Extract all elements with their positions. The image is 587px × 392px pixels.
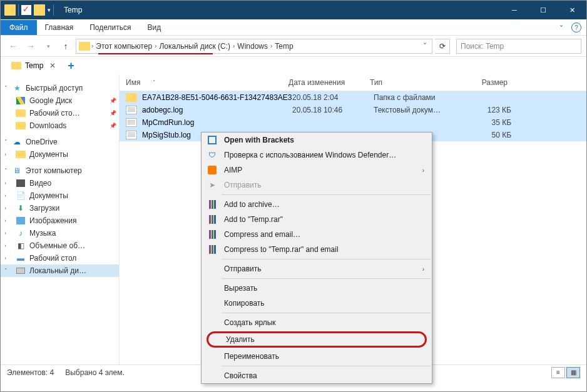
search-input[interactable]: Поиск: Temp (456, 39, 581, 54)
close-button[interactable]: ✕ (558, 1, 586, 19)
sidebar-downloads[interactable]: ›⬇Загрузки (1, 202, 119, 214)
status-selected-count: Выбрано 4 элем. (65, 368, 125, 377)
archive-icon (209, 215, 216, 224)
qat-dropdown-icon[interactable]: ▾ (48, 7, 51, 13)
header-size[interactable]: Размер (451, 78, 508, 87)
column-headers: Имя˄ Дата изменения Тип Размер (120, 74, 586, 91)
status-item-count: Элементов: 4 (7, 368, 54, 377)
cube-icon: ◧ (16, 241, 26, 251)
tab-share[interactable]: Поделиться (81, 20, 139, 35)
separator (222, 278, 431, 279)
sidebar-quick-access[interactable]: ˅★Быстрый доступ (1, 82, 119, 94)
cm-copy[interactable]: Копировать (202, 296, 432, 311)
cm-compress-email[interactable]: Compress and email… (202, 227, 432, 242)
table-row[interactable]: MpCmdRun.log35 КБ (120, 116, 586, 129)
cm-properties[interactable]: Свойства (202, 368, 432, 383)
document-icon (126, 106, 137, 114)
ribbon-expand-icon[interactable]: ˅ (555, 23, 568, 35)
header-name[interactable]: Имя˄ (126, 78, 288, 87)
minimize-button[interactable]: ─ (500, 1, 529, 19)
folder-icon (11, 62, 21, 69)
chevron-right-icon: › (422, 167, 424, 174)
address-dropdown-icon[interactable]: ˅ (421, 42, 429, 51)
aimp-icon (208, 166, 217, 174)
sidebar-od-docs[interactable]: ›Документы (1, 148, 119, 161)
cm-send[interactable]: Отправить› (202, 261, 432, 276)
download-icon: ⬇ (16, 203, 26, 213)
tab-close-icon[interactable]: ✕ (49, 61, 56, 70)
sidebar-desktop-pin[interactable]: Рабочий сто…📌 (1, 107, 119, 119)
folder-icon (4, 4, 16, 16)
sidebar-3d[interactable]: ›◧Объемные об… (1, 239, 119, 252)
cm-add-to[interactable]: Add to "Temp.rar" (202, 212, 432, 227)
sidebar-video[interactable]: ›Видео (1, 177, 119, 189)
sidebar-desktop[interactable]: ›▬Рабочий стол (1, 252, 119, 264)
forward-button[interactable]: → (23, 39, 38, 54)
header-date[interactable]: Дата изменения (288, 78, 370, 87)
maximize-button[interactable]: ☐ (529, 1, 558, 19)
folder-icon (34, 4, 45, 16)
folder-icon (16, 151, 26, 158)
table-row[interactable]: EA7A1B28-8E51-5046-6631-F13427483AE320.0… (120, 91, 586, 104)
cm-open-brackets[interactable]: Open with Brackets (202, 133, 432, 148)
table-row[interactable]: adobegc.log20.05.18 10:46Текстовый докум… (120, 104, 586, 116)
cm-aimp[interactable]: AIMP› (202, 163, 432, 178)
sidebar-this-pc[interactable]: ˅🖥Этот компьютер (1, 164, 119, 177)
sidebar-gdrive[interactable]: Google Диск📌 (1, 94, 119, 107)
cm-compress-to-email[interactable]: Compress to "Temp.rar" and email (202, 242, 432, 257)
crumb-temp[interactable]: Temp (272, 42, 295, 51)
cm-defender[interactable]: 🛡Проверка с использованием Windows Defen… (202, 148, 432, 163)
brackets-icon (208, 136, 217, 144)
sidebar: ˅★Быстрый доступ Google Диск📌 Рабочий ст… (1, 74, 120, 364)
qat-icon[interactable] (21, 5, 31, 15)
star-icon: ★ (12, 83, 22, 93)
separator (222, 194, 431, 195)
folder-icon (126, 93, 137, 102)
onedrive-icon: ☁ (12, 137, 22, 147)
ribbon-tabs: Файл Главная Поделиться Вид ˅ ? (1, 19, 586, 36)
recent-dropdown[interactable]: ▾ (41, 39, 56, 54)
sidebar-onedrive[interactable]: ˅☁OneDrive (1, 136, 119, 148)
sidebar-images[interactable]: ›Изображения (1, 214, 119, 227)
gdrive-icon (16, 97, 25, 104)
document-icon (126, 118, 137, 127)
tab-home[interactable]: Главная (37, 20, 82, 35)
chevron-right-icon: › (422, 266, 424, 273)
view-icons-button[interactable]: ▦ (566, 367, 580, 378)
back-button[interactable]: ← (6, 39, 21, 54)
add-tab-button[interactable]: + (64, 59, 78, 73)
folder-icon (16, 109, 26, 117)
view-details-button[interactable]: ≡ (551, 367, 565, 378)
video-icon (16, 179, 25, 187)
sidebar-music[interactable]: ›♪Музыка (1, 227, 119, 239)
crumb-disk[interactable]: Локальный диск (C:) (156, 42, 233, 51)
cm-shortcut[interactable]: Создать ярлык (202, 315, 432, 330)
header-type[interactable]: Тип (370, 78, 451, 87)
sidebar-localdisk[interactable]: ˅Локальный ди… (1, 264, 119, 277)
refresh-button[interactable]: ⟳ (435, 39, 450, 54)
image-icon (16, 217, 25, 224)
sidebar-docs[interactable]: ›📄Документы (1, 189, 119, 202)
pc-icon: 🖥 (12, 166, 22, 176)
crumb-windows[interactable]: Windows (235, 42, 270, 51)
up-button[interactable]: ↑ (58, 39, 73, 54)
separator (222, 259, 431, 259)
crumb-pc[interactable]: Этот компьютер (93, 42, 155, 51)
sidebar-downloads-pin[interactable]: Downloads📌 (1, 119, 119, 132)
sort-asc-icon: ˄ (153, 79, 156, 86)
folder-tab[interactable]: Temp ✕ (6, 58, 61, 73)
address-bar: ← → ▾ ↑ › Этот компьютер › Локальный дис… (1, 36, 586, 57)
file-tab[interactable]: Файл (1, 20, 37, 35)
cm-rename[interactable]: Переименовать (202, 349, 432, 364)
address-box[interactable]: › Этот компьютер › Локальный диск (C:) ›… (76, 39, 432, 54)
help-icon[interactable]: ? (571, 23, 581, 33)
send-icon: ➤ (207, 179, 218, 191)
cm-add-archive[interactable]: Add to archive… (202, 197, 432, 212)
shield-icon: 🛡 (207, 149, 218, 161)
cm-delete[interactable]: Удалить (207, 331, 427, 348)
annotation-underline (98, 53, 213, 54)
cm-cut[interactable]: Вырезать (202, 281, 432, 296)
music-icon: ♪ (16, 228, 26, 238)
context-menu: Open with Brackets 🛡Проверка с использов… (201, 132, 432, 384)
tab-view[interactable]: Вид (139, 20, 169, 35)
